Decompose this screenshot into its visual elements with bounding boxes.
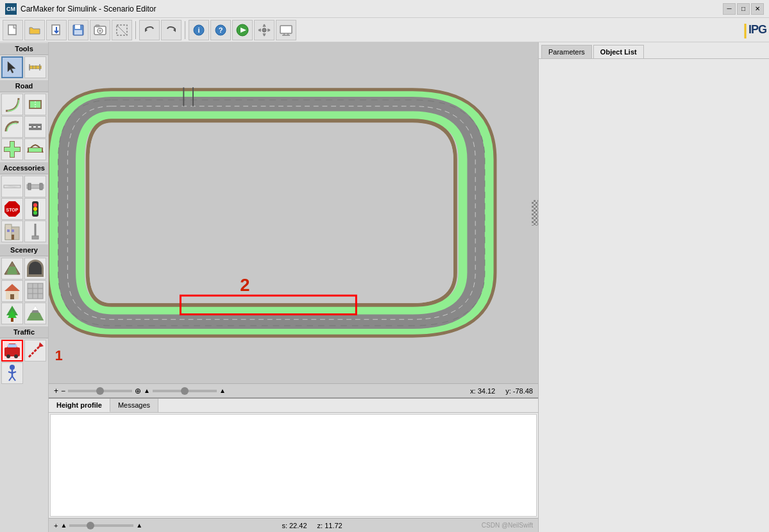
bottom-tilt-min: ▲: [60, 522, 67, 529]
building-button[interactable]: [1, 220, 23, 242]
svg-marker-76: [33, 306, 38, 310]
svg-line-11: [117, 25, 127, 35]
traffic-section-label: Traffic: [0, 326, 48, 338]
new-button[interactable]: [3, 20, 23, 40]
maximize-button[interactable]: □: [737, 3, 750, 15]
height-profile-content: [50, 414, 537, 517]
junction-button[interactable]: [1, 138, 23, 160]
right-panel: Parameters Object List: [538, 42, 769, 532]
save-button[interactable]: [68, 20, 89, 40]
road-section: [0, 92, 48, 162]
minimize-button[interactable]: ─: [723, 3, 736, 15]
pole-button[interactable]: [24, 220, 46, 242]
tree-button[interactable]: [1, 303, 23, 324]
tunnel-button[interactable]: [24, 258, 46, 279]
bottom-slider[interactable]: [69, 524, 133, 527]
toolbar-separator-1: [135, 21, 136, 39]
bottom-statusbar: + ▲ ▲ s: 22.42 z: 11.72 CSDN @NeilSwift: [49, 518, 538, 532]
display-button[interactable]: [276, 20, 296, 40]
straight-road-button[interactable]: [24, 94, 46, 115]
tab-object-list[interactable]: Object List: [593, 45, 644, 58]
tools-section-label: Tools: [0, 42, 48, 55]
svg-rect-41: [29, 148, 42, 152]
measure-tool-button[interactable]: [24, 56, 46, 78]
traffic-section: [0, 338, 48, 385]
traffic-light-button[interactable]: [24, 198, 46, 220]
zoom-out-icon[interactable]: −: [61, 387, 65, 395]
tilt-max-icon: ▲: [219, 387, 226, 394]
help-button[interactable]: ?: [210, 20, 231, 40]
info-button[interactable]: i: [189, 20, 209, 40]
bottom-coords: s: 22.42 z: 11.72: [282, 522, 342, 529]
zoom-in-icon[interactable]: +: [54, 387, 58, 395]
open-button[interactable]: [24, 20, 45, 40]
watermark: CSDN @NeilSwift: [482, 522, 533, 529]
undo-button[interactable]: [139, 20, 160, 40]
svg-point-84: [10, 365, 15, 370]
titlebar-title: CarMaker for Simulink - Scenario Editor: [21, 4, 156, 13]
road-section-label: Road: [0, 79, 48, 92]
settings-button[interactable]: [254, 20, 275, 40]
redo-button[interactable]: [161, 20, 182, 40]
road-mark-button[interactable]: [24, 116, 46, 138]
stop-sign-button[interactable]: STOP: [1, 198, 23, 220]
pedestrian-button[interactable]: [1, 362, 23, 384]
svg-rect-80: [8, 344, 17, 347]
titlebar-left: CM CarMaker for Simulink - Scenario Edit…: [5, 3, 156, 15]
svg-marker-77: [27, 313, 44, 320]
tab-height-profile[interactable]: Height profile: [49, 399, 110, 412]
terrain-button[interactable]: [1, 258, 23, 279]
svg-point-81: [6, 354, 10, 358]
mountain-button[interactable]: [24, 303, 46, 324]
svg-rect-21: [280, 26, 292, 33]
toolbar-separator-2: [185, 21, 185, 39]
svg-marker-25: [8, 62, 15, 73]
svg-rect-5: [74, 30, 82, 35]
right-panel-tabs: Parameters Object List: [539, 42, 769, 59]
guardrail-button[interactable]: [24, 176, 46, 197]
tilt-slider[interactable]: [153, 390, 217, 392]
zoom-slider[interactable]: [68, 390, 132, 392]
canvas-area[interactable]: 2 1: [49, 42, 538, 383]
traffic-vehicle-button[interactable]: [1, 340, 23, 362]
arc-road-button[interactable]: [1, 116, 23, 138]
svg-text:i: i: [198, 26, 199, 34]
svg-line-88: [9, 376, 12, 381]
barrier-button[interactable]: [1, 176, 23, 197]
select-tool-button[interactable]: [1, 56, 23, 78]
svg-rect-78: [4, 347, 20, 356]
svg-point-50: [33, 203, 37, 207]
canvas-label-2: 2: [240, 275, 249, 295]
svg-rect-4: [75, 25, 80, 29]
snapshot-button[interactable]: [90, 20, 110, 40]
import-button[interactable]: [46, 20, 67, 40]
bottom-zoom-icon[interactable]: +: [54, 522, 58, 529]
tab-parameters[interactable]: Parameters: [541, 45, 592, 58]
svg-point-20: [262, 28, 266, 32]
house-button[interactable]: [1, 280, 23, 302]
accessories-section-label: Accessories: [0, 162, 48, 174]
sidebar: Tools Road: [0, 42, 49, 532]
select-mode-button[interactable]: [112, 20, 132, 40]
window-controls[interactable]: ─ □ ✕: [723, 3, 764, 15]
svg-rect-45: [28, 183, 31, 190]
svg-text:STOP: STOP: [6, 208, 19, 212]
bottom-tabs: Height profile Messages: [49, 399, 538, 413]
svg-rect-7: [96, 25, 99, 27]
bridge-button[interactable]: [24, 138, 46, 160]
tab-messages[interactable]: Messages: [110, 399, 158, 412]
track-canvas[interactable]: 2 1: [49, 42, 538, 383]
scenery-section-label: Scenery: [0, 244, 48, 256]
curve-road-button[interactable]: [1, 94, 23, 115]
zoom-full-icon[interactable]: ⊕: [135, 387, 141, 395]
scenery-section: [0, 256, 48, 326]
texture-button[interactable]: [24, 280, 46, 302]
bottom-z-value: z: 11.72: [317, 522, 342, 529]
close-button[interactable]: ✕: [751, 3, 764, 15]
play-button[interactable]: [232, 20, 253, 40]
svg-line-89: [12, 376, 15, 381]
traffic-curved-button[interactable]: [24, 340, 46, 362]
tilt-min-icon: ▲: [144, 387, 150, 394]
svg-text:?: ?: [219, 26, 223, 34]
titlebar: CM CarMaker for Simulink - Scenario Edit…: [0, 0, 769, 18]
